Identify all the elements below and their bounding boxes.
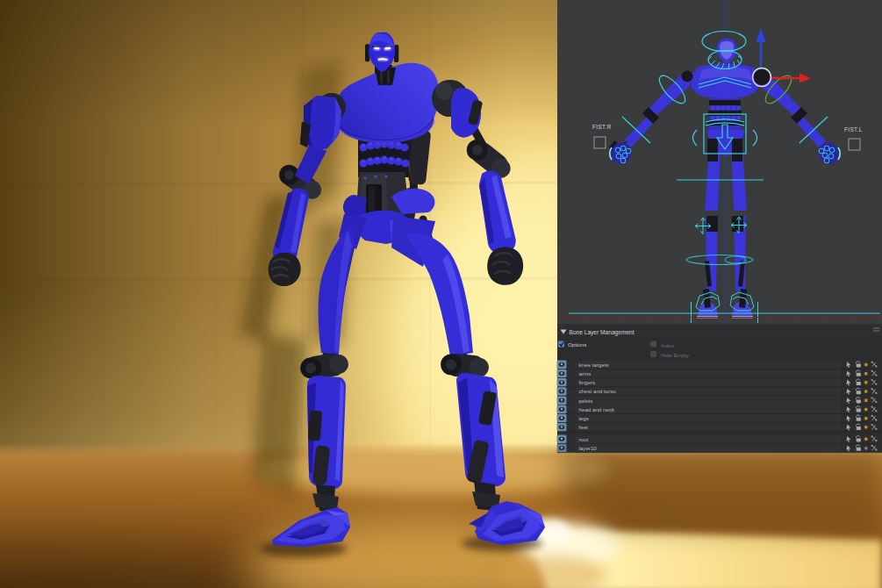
svg-text:FIST.L: FIST.L [844,126,863,133]
svg-text:Hide Empty: Hide Empty [661,352,690,358]
svg-text:pelvis: pelvis [579,398,593,404]
svg-text:layer10: layer10 [579,445,598,451]
svg-text:Bone Layer Management: Bone Layer Management [570,329,635,336]
svg-text:chest and torso: chest and torso [579,388,617,394]
svg-text:root: root [579,436,589,442]
svg-text:feet: feet [579,424,589,430]
svg-text:legs: legs [579,415,589,421]
svg-text:head and neck: head and neck [579,406,616,412]
svg-text:arms: arms [579,370,592,376]
svg-text:knee targets: knee targets [579,362,609,368]
svg-text:Index: Index [661,342,675,348]
svg-text:Options: Options [568,341,586,348]
svg-text:FIST.R: FIST.R [592,124,612,130]
svg-text:fingers: fingers [579,379,596,385]
